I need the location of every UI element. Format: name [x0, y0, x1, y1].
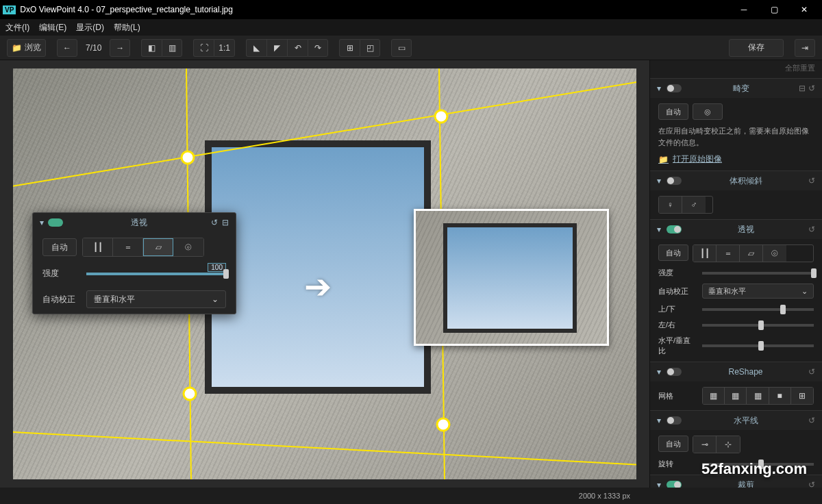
distortion-info: 在应用自动畸变校正之前，需要来自原始图像文件的信息。: [658, 125, 814, 148]
prev-button[interactable]: ←: [57, 39, 77, 57]
undo-icon[interactable]: ↺: [808, 480, 815, 488]
compare-single-icon[interactable]: ◧: [141, 39, 162, 57]
expand-panel-icon[interactable]: ⇥: [795, 39, 815, 57]
perspective-float-panel[interactable]: ▾ 透视 ↺ ⊟ 自动 ┃┃ ＝ ▱ ⦾ 强度 100: [32, 212, 236, 314]
menu-help[interactable]: 帮助(L): [114, 22, 140, 34]
mode-horizontal-icon[interactable]: ＝: [113, 238, 143, 256]
persp-leftright-slider[interactable]: [702, 324, 814, 327]
horizon-auto-button[interactable]: 自动: [658, 436, 688, 452]
persp-auto-button[interactable]: 自动: [658, 244, 688, 261]
chevron-down-icon[interactable]: ▾: [40, 218, 44, 227]
horizon-v-icon[interactable]: ⊹: [717, 436, 740, 453]
volume-h-icon[interactable]: ♀: [659, 197, 682, 213]
mode-vertical-icon[interactable]: ┃┃: [83, 238, 113, 256]
distortion-manual-icon[interactable]: ◎: [693, 103, 723, 120]
grid-4x4-icon[interactable]: ▦: [747, 388, 769, 404]
flip-v-icon[interactable]: ◤: [266, 39, 287, 57]
persp-updown-slider[interactable]: [702, 308, 814, 311]
undo-icon[interactable]: ↺: [808, 176, 815, 186]
chevron-down-icon[interactable]: ▾: [657, 84, 667, 93]
maximize-button[interactable]: ▢: [759, 0, 789, 19]
distortion-header[interactable]: ▾ 畸变 ⊟ ↺: [650, 79, 822, 98]
watermark: 52fanxing.com: [701, 460, 807, 478]
auto-correct-select[interactable]: 垂直和水平 ⌄: [86, 290, 226, 308]
zoom-1to1[interactable]: 1:1: [214, 39, 235, 57]
persp-intensity-slider[interactable]: [702, 272, 814, 275]
persp-8point-icon[interactable]: ⦾: [763, 245, 786, 262]
intensity-slider[interactable]: 100: [86, 273, 226, 275]
distortion-auto-button[interactable]: 自动: [658, 103, 688, 120]
minimize-button[interactable]: ─: [729, 0, 759, 19]
reset-all-button[interactable]: 全部重置: [650, 60, 822, 78]
mode-8point-icon[interactable]: ⦾: [173, 238, 203, 256]
horizon-toggle[interactable]: [667, 416, 682, 425]
app-badge: VP: [3, 5, 16, 14]
menu-edit[interactable]: 编辑(E): [39, 22, 66, 34]
undo-icon[interactable]: ↺: [808, 225, 815, 234]
chevron-down-icon[interactable]: ▾: [657, 225, 667, 234]
volume-v-icon[interactable]: ♂: [682, 197, 706, 213]
zoom-fit-icon[interactable]: ⛶: [193, 39, 214, 57]
chevron-down-icon[interactable]: ▾: [657, 416, 667, 425]
undo-icon[interactable]: ↺: [808, 416, 815, 425]
rotate-ccw-icon[interactable]: ↶: [287, 39, 308, 57]
persp-autocorrect-select[interactable]: 垂直和水平 ⌄: [702, 284, 814, 299]
volume-title: 体积倾斜: [686, 175, 806, 187]
title-bar: VP DxO ViewPoint 4.0 - 07_perspective_re…: [0, 0, 822, 19]
perspective-toggle[interactable]: [667, 225, 682, 234]
mode-rectangle-icon[interactable]: ▱: [143, 238, 173, 256]
persp-hvratio-slider[interactable]: [702, 344, 814, 347]
next-button[interactable]: →: [110, 39, 130, 57]
volume-header[interactable]: ▾ 体积倾斜 ↺: [650, 171, 822, 190]
distortion-title: 畸变: [686, 83, 796, 94]
distortion-toggle[interactable]: [667, 84, 682, 92]
chevron-down-icon[interactable]: ▾: [657, 480, 667, 488]
menu-view[interactable]: 显示(D): [76, 22, 104, 34]
panel-toggle[interactable]: [48, 218, 63, 227]
svg-line-1: [13, 431, 636, 466]
grid-solid-icon[interactable]: ■: [769, 388, 791, 404]
close-button[interactable]: ✕: [789, 0, 819, 19]
horizon-header[interactable]: ▾ 水平线 ↺: [650, 411, 822, 430]
crop-tool-icon[interactable]: ◰: [360, 39, 380, 57]
menu-file[interactable]: 文件(I): [5, 22, 29, 34]
zoom-group: ⛶ 1:1: [193, 39, 235, 57]
open-original-link[interactable]: 📁 打开原始图像: [658, 153, 814, 165]
chevron-down-icon[interactable]: ▾: [657, 176, 667, 186]
svg-point-4: [182, 151, 194, 164]
grid-icon[interactable]: ⊞: [339, 39, 360, 57]
reset-icon[interactable]: ⊟: [799, 84, 806, 93]
horizon-h-icon[interactable]: ⊸: [693, 436, 717, 453]
chevron-down-icon[interactable]: ▾: [657, 367, 667, 377]
canvas[interactable]: ➔ ▾ 透视 ↺ ⊟ 自动 ┃┃ ＝ ▱ ⦾: [0, 60, 649, 488]
undo-icon[interactable]: ↺: [808, 367, 815, 377]
persp-horizontal-icon[interactable]: ＝: [717, 245, 740, 262]
rotate-cw-icon[interactable]: ↷: [308, 39, 328, 57]
grid-custom-icon[interactable]: ⊞: [791, 388, 813, 404]
image-dimensions: 2000 x 1333 px: [579, 492, 630, 500]
save-button[interactable]: 保存: [729, 39, 784, 57]
reset-icon[interactable]: ⊟: [222, 218, 229, 227]
persp-rectangle-icon[interactable]: ▱: [740, 245, 763, 262]
persp-vertical-icon[interactable]: ┃┃: [693, 245, 717, 262]
volume-toggle[interactable]: [667, 177, 682, 185]
info-icon[interactable]: ▭: [391, 39, 412, 57]
undo-icon[interactable]: ↺: [808, 84, 815, 93]
float-panel-title: 透视: [67, 217, 211, 229]
float-panel-header[interactable]: ▾ 透视 ↺ ⊟: [33, 213, 236, 232]
section-volume: ▾ 体积倾斜 ↺ ♀ ♂: [650, 171, 822, 219]
undo-icon[interactable]: ↺: [211, 218, 218, 227]
browse-button[interactable]: 📁 浏览: [7, 39, 46, 57]
grid-2x2-icon[interactable]: ▦: [703, 388, 725, 404]
grid-3x3-icon[interactable]: ▦: [725, 388, 747, 404]
crop-toggle[interactable]: [667, 481, 682, 488]
window-title: DxO ViewPoint 4.0 - 07_perspective_recta…: [20, 5, 729, 14]
compare-split-icon[interactable]: ▥: [162, 39, 182, 57]
section-perspective: ▾ 透视 ↺ 自动 ┃┃ ＝ ▱ ⦾ 强度: [650, 219, 822, 362]
perspective-auto-button[interactable]: 自动: [42, 238, 77, 256]
reshape-toggle[interactable]: [667, 368, 682, 376]
flip-h-icon[interactable]: ◣: [246, 39, 266, 57]
perspective-header[interactable]: ▾ 透视 ↺: [650, 220, 822, 239]
arrow-icon: ➔: [304, 267, 332, 305]
reshape-header[interactable]: ▾ ReShape ↺: [650, 362, 822, 381]
